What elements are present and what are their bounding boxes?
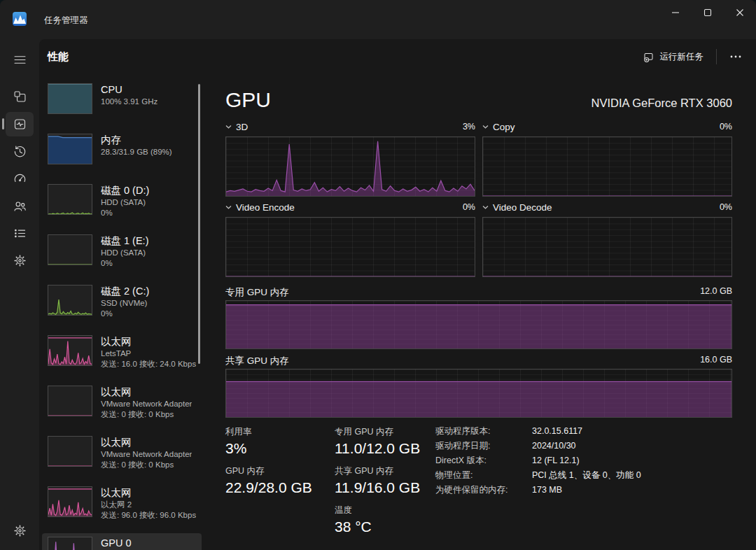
driver-info-value: PCI 总线 1、设备 0、功能 0 [532,470,641,481]
perf-item-text: CPU100% 3.91 GHz [101,83,158,120]
list-scrollbar-thumb[interactable] [198,84,200,364]
task-manager-window: 任务管理器 [0,0,756,550]
perf-item-detail: 0% [101,258,148,269]
perf-item-detail: VMware Network Adapter [101,449,192,460]
utilization-label: 利用率 [225,426,335,437]
gpu-memory-label: GPU 内存 [225,465,335,477]
chevron-down-icon[interactable] [225,205,232,209]
perf-list-item[interactable]: 以太网以太网 2发送: 96.0 接收: 96.0 Kbps [42,483,202,526]
run-new-task-label: 运行新任务 [660,51,704,63]
close-icon [736,8,744,17]
perf-list-item[interactable]: CPU100% 3.91 GHz [42,80,202,123]
driver-info-label: DirectX 版本: [435,456,532,466]
perf-list-item[interactable]: 磁盘 1 (E:)HDD (SATA)0% [42,231,202,274]
chevron-down-icon[interactable] [225,125,232,129]
close-button[interactable] [724,0,756,25]
chart-value-copy: 0% [720,122,732,132]
page-title: 性能 [48,50,69,64]
perf-list-item[interactable]: 磁盘 0 (D:)HDD (SATA)0% [42,181,202,224]
driver-info-label: 驱动程序日期: [435,441,532,451]
driver-info-value: 173 MB [532,485,562,495]
perf-list-item[interactable]: 以太网VMware Network Adapter发送: 0 接收: 0 Kbp… [42,432,202,476]
gpu-copy-chart [482,136,732,197]
perf-item-title: 以太网 [101,436,192,449]
perf-item-detail: 发送: 0 接收: 0 Kbps [101,409,192,420]
performance-list-panel: CPU100% 3.91 GHz内存28.3/31.9 GB (89%)磁盘 0… [39,74,202,550]
users-icon [13,199,27,213]
dedicated-gpu-memory-chart [225,300,732,349]
nav-app-history[interactable] [6,139,34,164]
perf-list-item[interactable]: 磁盘 2 (C:)SSD (NVMe)0% [42,281,202,325]
chevron-down-icon[interactable] [482,205,489,209]
minimize-button[interactable] [659,0,692,25]
window-title: 任务管理器 [44,15,88,27]
perf-item-text: 磁盘 0 (D:)HDD (SATA)0% [101,184,149,220]
driver-info-list: 驱动程序版本:32.0.15.6117驱动程序日期:2024/10/30Dire… [435,426,732,544]
perf-item-title: CPU [101,83,158,97]
more-options-button[interactable] [722,46,749,67]
perf-item-detail: HDD (SATA) [101,248,148,258]
titlebar: 任务管理器 [0,0,756,39]
perf-item-text: 以太网VMware Network Adapter发送: 0 接收: 0 Kbp… [101,436,192,472]
perf-list-item[interactable]: GPU 0 [42,533,202,550]
driver-info-label: 物理位置: [435,470,532,481]
perf-item-title: 以太网 [101,486,196,500]
minimize-icon [671,8,680,17]
dedicated-memory-label: 专用 GPU 内存 [225,286,289,297]
menu-button[interactable] [6,48,34,72]
perf-item-title: GPU 0 [101,537,132,550]
chart-value-video-decode: 0% [720,202,732,212]
settings-icon [13,523,27,538]
nav-startup-apps[interactable] [6,167,34,191]
shared-memory-stat-value: 11.9/16.0 GB [335,478,435,498]
nav-processes[interactable] [6,85,34,109]
gpu-memory-value: 22.9/28.0 GB [225,478,335,498]
content-header: 性能 运行新任务 [39,39,756,74]
perf-list-item[interactable]: 以太网LetsTAP发送: 16.0 接收: 24.0 Kbps [42,332,202,375]
driver-info-label: 为硬件保留的内存: [435,485,532,495]
maximize-icon [704,8,712,17]
maximize-button[interactable] [692,0,724,25]
perf-item-detail: 发送: 16.0 接收: 24.0 Kbps [101,359,196,369]
utilization-value: 3% [225,439,335,458]
performance-icon [13,117,27,132]
driver-info-row: 驱动程序日期:2024/10/30 [435,441,732,451]
header-separator [716,49,717,64]
run-new-task-button[interactable]: 运行新任务 [636,46,711,68]
perf-item-title: 磁盘 1 (E:) [101,234,148,248]
app-history-icon [13,144,27,159]
driver-info-value: 12 (FL 12.1) [532,456,580,466]
content-surface: 性能 运行新任务 CPU100% 3.91 GHz内存28.3/31.9 GB … [39,39,756,550]
nav-services[interactable] [6,248,34,273]
perf-item-detail: HDD (SATA) [101,197,149,208]
chart-title-copy: Copy [493,122,515,132]
perf-item-detail: SSD (NVMe) [101,298,149,309]
nav-performance[interactable] [6,112,34,136]
chart-value-3d: 3% [463,122,475,132]
processes-icon [13,90,27,104]
perf-item-text: GPU 0 [101,537,132,550]
shared-memory-max: 16.0 GB [700,355,732,366]
chevron-down-icon[interactable] [482,125,489,129]
gpu-title: GPU [225,88,271,112]
shared-memory-label: 共享 GPU 内存 [225,355,289,366]
nav-settings[interactable] [6,519,34,543]
perf-item-detail: LetsTAP [101,348,196,359]
startup-apps-icon [13,171,27,186]
perf-list-item[interactable]: 内存28.3/31.9 GB (89%) [42,130,202,174]
gpu-device-name: NVIDIA GeForce RTX 3060 [592,97,732,110]
driver-info-row: 为硬件保留的内存:173 MB [435,485,732,495]
driver-info-row: 驱动程序版本:32.0.15.6117 [435,426,732,437]
menu-icon [13,52,27,67]
chart-title-3d: 3D [236,122,248,132]
perf-item-text: 磁盘 2 (C:)SSD (NVMe)0% [101,285,149,321]
perf-list-item[interactable]: 以太网VMware Network Adapter发送: 0 接收: 0 Kbp… [42,382,202,425]
driver-info-row: DirectX 版本:12 (FL 12.1) [435,456,732,466]
gpu-detail-pane: GPU NVIDIA GeForce RTX 3060 3D 3% Copy 0 [202,74,756,550]
nav-users[interactable] [6,194,34,218]
chart-title-video-decode: Video Decode [493,202,552,213]
temperature-label: 温度 [335,505,435,516]
driver-info-label: 驱动程序版本: [435,426,532,437]
nav-details[interactable] [6,221,34,246]
perf-item-text: 以太网以太网 2发送: 96.0 接收: 96.0 Kbps [101,486,196,523]
